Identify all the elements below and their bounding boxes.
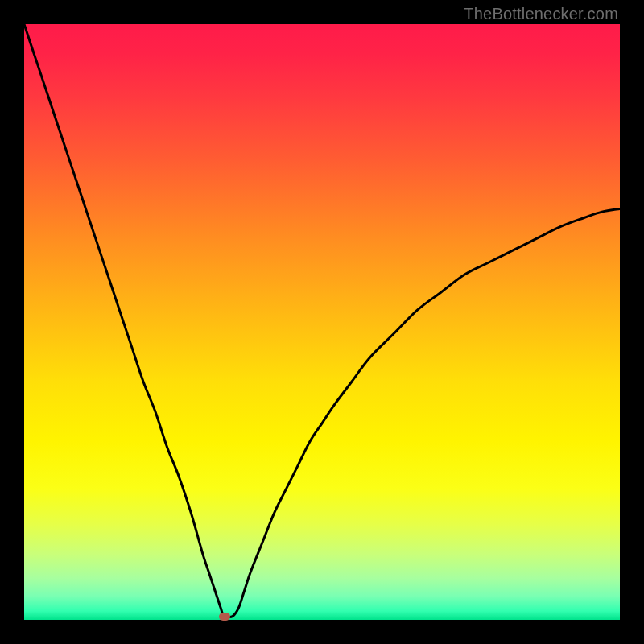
gradient-background [24,24,620,620]
chart-frame [24,24,620,620]
bottleneck-chart [24,24,620,620]
optimal-point-marker [219,613,230,621]
watermark-text: TheBottlenecker.com [464,5,618,23]
